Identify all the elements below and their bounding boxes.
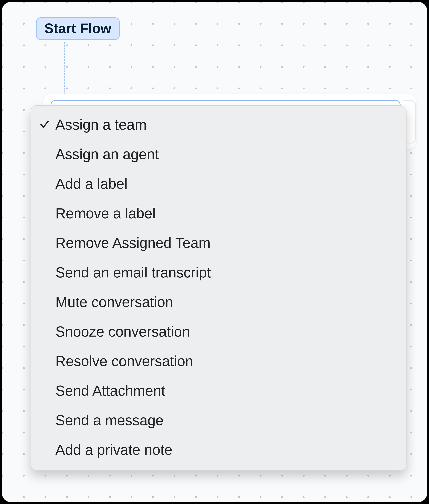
action-dropdown[interactable]: Assign a team Assign an agent Add a labe… xyxy=(31,105,407,470)
dropdown-item-label: Remove a label xyxy=(55,206,398,221)
dropdown-item-remove-team[interactable]: Remove Assigned Team xyxy=(31,228,406,258)
dropdown-item-label: Remove Assigned Team xyxy=(55,235,398,250)
dropdown-item-send-attachment[interactable]: Send Attachment xyxy=(31,376,406,405)
dropdown-item-label: Assign a team xyxy=(55,117,398,132)
dropdown-item-send-message[interactable]: Send a message xyxy=(31,405,406,435)
dropdown-item-label: Snooze conversation xyxy=(55,324,398,339)
dropdown-item-assign-team[interactable]: Assign a team xyxy=(31,110,406,139)
dropdown-item-label: Add a private note xyxy=(55,442,398,457)
start-flow-node[interactable]: Start Flow xyxy=(36,18,120,40)
dropdown-item-add-label[interactable]: Add a label xyxy=(31,169,406,198)
dropdown-item-resolve[interactable]: Resolve conversation xyxy=(31,346,406,376)
dropdown-item-email-transcript[interactable]: Send an email transcript xyxy=(31,258,406,287)
flow-connector xyxy=(64,42,65,95)
dropdown-item-label: Resolve conversation xyxy=(55,354,398,369)
flow-canvas[interactable]: Start Flow Assign a team Assign an agent… xyxy=(2,2,427,502)
app-frame: Start Flow Assign a team Assign an agent… xyxy=(0,0,429,504)
dropdown-item-label: Mute conversation xyxy=(55,294,398,310)
dropdown-item-snooze[interactable]: Snooze conversation xyxy=(31,317,406,346)
dropdown-item-assign-agent[interactable]: Assign an agent xyxy=(31,139,406,169)
dropdown-item-label: Assign an agent xyxy=(55,147,398,162)
dropdown-item-label: Send an email transcript xyxy=(55,265,398,280)
dropdown-item-private-note[interactable]: Add a private note xyxy=(31,435,406,465)
check-icon xyxy=(39,119,55,130)
dropdown-item-label: Send Attachment xyxy=(55,383,398,398)
dropdown-item-mute[interactable]: Mute conversation xyxy=(31,287,406,317)
dropdown-item-label: Add a label xyxy=(55,176,398,191)
dropdown-item-remove-label[interactable]: Remove a label xyxy=(31,198,406,228)
dropdown-item-label: Send a message xyxy=(55,413,398,428)
